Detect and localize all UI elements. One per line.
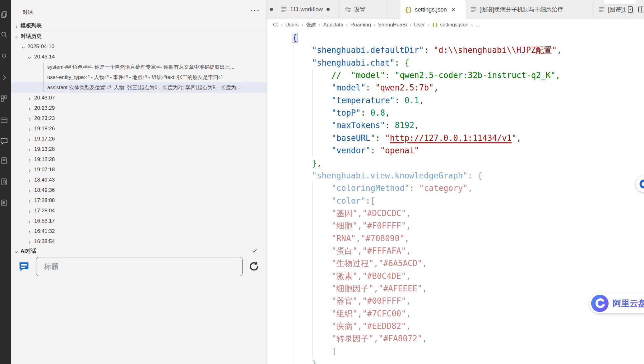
code-line[interactable]: "coloringMethod": "category", (267, 182, 644, 195)
code-token: , (357, 309, 362, 318)
code-line[interactable]: "shenghuabi.chat": { (267, 57, 644, 69)
title-input[interactable] (36, 257, 243, 276)
history-message-item[interactable]: system-## 角色⏎⏎- 你是一个自然语言处理专家⏎- 你拥有从文章中准确… (11, 62, 267, 72)
indent-guide (312, 69, 313, 157)
history-time-item[interactable]: 17:28:04 (11, 205, 267, 216)
history-time-item[interactable]: 20:23:23 (11, 113, 267, 123)
code-line[interactable]: "细胞","#F0FFFF", (267, 219, 644, 232)
code-line[interactable]: }, (267, 157, 644, 170)
tab-设置[interactable]: 设置 (340, 0, 388, 19)
search-icon[interactable] (0, 31, 8, 39)
data-box-icon[interactable] (0, 199, 8, 207)
code-line[interactable]: "model": "qwen2.5:7b", (267, 81, 644, 94)
breadcrumb-symbol-path[interactable]: ... (475, 22, 480, 28)
history-time-item[interactable]: 18:49:36 (11, 185, 267, 195)
code-line[interactable]: // "model": "qwen2.5-coder:32b-instruct-… (267, 69, 644, 82)
breadcrumb-separator: › (428, 22, 429, 27)
code-line[interactable]: { (267, 31, 644, 44)
tree-item-label: 17:28:08 (34, 195, 55, 205)
breadcrumb[interactable]: C:›Users›张建›AppData›Roaming›ShengHuaBi›U… (267, 19, 644, 31)
code-line[interactable]: "temperature": 0.1, (267, 94, 644, 107)
breadcrumb-item[interactable]: C: (273, 22, 278, 28)
code-line[interactable]: "shenghuabi.view.knowledgeGraph": { (267, 169, 644, 182)
code-line[interactable]: "shenghuabi.defaultDir": "d:\\shenghuabi… (267, 44, 644, 57)
code-token: , (357, 246, 362, 256)
code-token: "temperature" (331, 96, 395, 105)
extensions-icon[interactable] (0, 94, 8, 103)
code-line[interactable]: "color":[ (267, 195, 644, 207)
code-token: "组织" (331, 309, 357, 318)
code-line[interactable]: "topP": 0.8, (267, 107, 644, 119)
history-message-item[interactable]: assistant-实体类型及位置:⏎- 人物: 张三(起点为0，长度为2); … (11, 82, 267, 93)
pin-icon[interactable] (0, 53, 8, 61)
tab-111.workflow[interactable]: 111.workflow (276, 0, 340, 19)
history-time-item[interactable]: 18:49:43 (11, 175, 267, 185)
code-token: : (366, 83, 375, 92)
code-line[interactable]: } (267, 357, 644, 364)
code-line[interactable]: "组织","#7CFC00", (267, 307, 644, 320)
breadcrumb-item[interactable]: AppData (323, 22, 343, 28)
split-editor-icon[interactable] (637, 6, 644, 13)
chat-icon[interactable] (0, 137, 8, 145)
history-date-item[interactable]: 2025-04-10 (11, 41, 267, 52)
history-time-item[interactable]: 19:07:18 (11, 164, 267, 175)
tab-label: 111.workflow (290, 6, 323, 13)
code-token: , (373, 334, 378, 343)
section-template-list[interactable]: 模板列表 (11, 21, 267, 31)
breadcrumb-item[interactable]: Roaming (350, 22, 371, 28)
code-line[interactable]: "生物过程","#6A5ACD", (267, 257, 644, 270)
tree-item-label: 17:28:04 (34, 205, 55, 216)
code-line[interactable]: "细胞因子","#AFEEEE", (267, 282, 644, 295)
breadcrumb-file[interactable]: settings.json (440, 22, 469, 28)
code-token: "topP" (331, 108, 361, 117)
document-icon[interactable] (0, 157, 8, 165)
history-time-item[interactable]: 20:43:07 (11, 93, 267, 103)
code-line[interactable]: "maxTokens": 8192, (267, 119, 644, 132)
file-search-icon[interactable] (0, 178, 8, 186)
history-time-item[interactable]: 19:17:26 (11, 134, 267, 144)
section-dialog-history[interactable]: 对话历史 (11, 31, 267, 41)
window-icon[interactable] (0, 116, 8, 124)
code-line[interactable]: "转录因子","#FA8072", (267, 332, 644, 345)
history-time-item[interactable]: 20:43:14 (11, 52, 267, 62)
tab-settings.json[interactable]: {}settings.json× (401, 0, 466, 19)
history-time-item[interactable]: 19:13:28 (11, 144, 267, 154)
code-line[interactable]: ] (267, 345, 644, 358)
chevron-right-icon (27, 218, 32, 223)
history-time-item[interactable]: 19:12:28 (11, 154, 267, 164)
breadcrumb-item[interactable]: Users (285, 22, 299, 28)
history-time-item[interactable]: 16:38:54 (11, 236, 267, 247)
code-line[interactable]: "疾病","#EEDD82", (267, 320, 644, 333)
run-icon[interactable] (0, 74, 8, 82)
tab-stub[interactable] (267, 0, 276, 19)
tree-item-label: 20:43:14 (34, 52, 55, 62)
code-token: " (385, 133, 390, 143)
history-message-item[interactable]: user-entity_type:⏎ - 人物⏎ - 事件⏎ - 地点⏎ - 组… (11, 72, 267, 82)
code-line[interactable]: "基因","#DCDCDC", (267, 207, 644, 220)
refresh-icon[interactable] (248, 260, 260, 272)
code-line[interactable]: "RNA","#708090", (267, 232, 644, 245)
ai-section-header[interactable]: AI对话 (11, 247, 267, 256)
breadcrumb-item[interactable]: ShengHuaBi (378, 22, 407, 28)
history-time-item[interactable]: 16:41:32 (11, 226, 267, 236)
code-line[interactable]: "vendor": "openai" (267, 144, 644, 157)
code-token: , (434, 83, 439, 92)
tab-[图谱]疾病分子机制与干细胞治疗[interactable]: [图谱]疾病分子机制与干细胞治疗 (466, 0, 594, 19)
code-line[interactable]: "蛋白","#FFFAFA", (267, 245, 644, 257)
breadcrumb-item[interactable]: User (414, 22, 425, 28)
history-time-item[interactable]: 19:18:26 (11, 123, 267, 134)
code-line[interactable]: "器官","#00FFFF", (267, 295, 644, 307)
confirm-check-button[interactable] (251, 247, 258, 255)
close-icon[interactable]: × (451, 6, 456, 13)
history-time-item[interactable]: 17:28:08 (11, 195, 267, 205)
open-preview-icon[interactable] (627, 6, 634, 13)
history-time-item[interactable]: 20:23:29 (11, 103, 267, 113)
file-lines-icon (470, 6, 477, 13)
code-line[interactable]: "激素","#B0C4DE", (267, 270, 644, 283)
history-time-item[interactable]: 16:53:17 (11, 216, 267, 226)
more-actions-button[interactable]: ··· (251, 7, 260, 15)
breadcrumb-item[interactable]: 张建 (306, 21, 316, 28)
code-line[interactable]: "baseURL": "http://127.0.0.1:11434/v1", (267, 132, 644, 145)
files-icon[interactable] (0, 11, 8, 19)
aliyun-drive-badge[interactable]: 阿里云盘 (590, 293, 644, 313)
